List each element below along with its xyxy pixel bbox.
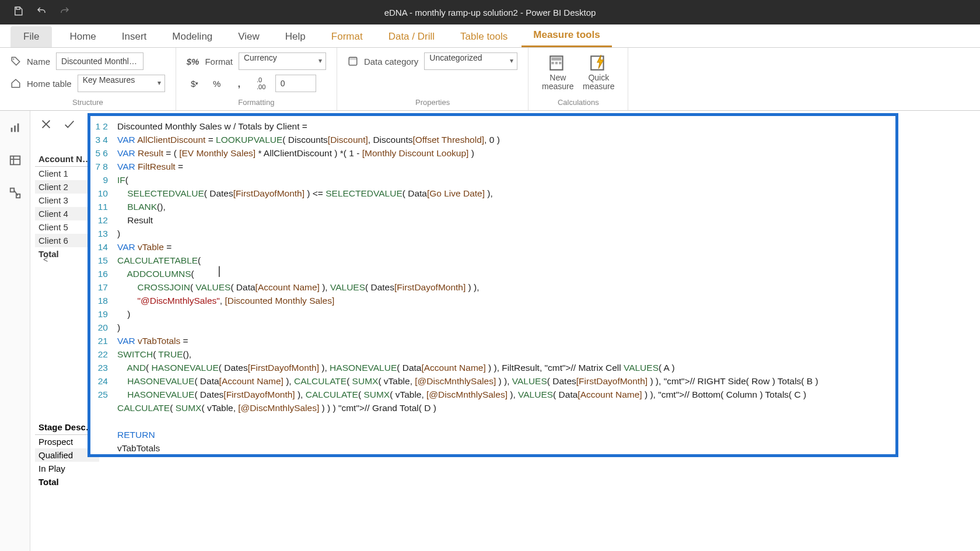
work-area: Account N… Client 1 Client 2 Client 3 Cl… bbox=[0, 111, 980, 551]
svg-rect-7 bbox=[555, 62, 558, 64]
save-icon[interactable] bbox=[13, 6, 23, 19]
tab-insert[interactable]: Insert bbox=[110, 26, 159, 47]
home-table-label: Home table bbox=[27, 79, 72, 89]
group-label-structure: Structure bbox=[10, 97, 165, 109]
group-properties: Data category Uncategorized Properties bbox=[337, 48, 528, 110]
data-category-label: Data category bbox=[364, 57, 418, 66]
tab-format[interactable]: Format bbox=[320, 26, 374, 47]
group-label-calculations: Calculations bbox=[539, 97, 617, 109]
svg-rect-5 bbox=[552, 58, 562, 61]
table-total: Total bbox=[35, 475, 99, 489]
svg-rect-11 bbox=[14, 125, 16, 132]
tab-view[interactable]: View bbox=[226, 26, 271, 47]
quick-measure-button[interactable]: Quick measure bbox=[580, 52, 617, 92]
comma-button[interactable]: , bbox=[231, 75, 247, 92]
decimal-button[interactable]: .0.00 bbox=[253, 75, 270, 92]
home-table-select[interactable]: Key Measures bbox=[78, 75, 165, 92]
model-view-icon[interactable] bbox=[9, 187, 22, 202]
file-tab[interactable]: File bbox=[10, 26, 52, 47]
group-structure: Name Home table Key Measures Structure bbox=[0, 48, 176, 110]
tab-table-tools[interactable]: Table tools bbox=[449, 26, 519, 47]
svg-rect-12 bbox=[17, 124, 19, 132]
redo-icon[interactable] bbox=[60, 6, 70, 19]
group-formatting: $% Format Currency $ ▾ % , .0.00 Formatt… bbox=[176, 48, 337, 110]
ribbon: Name Home table Key Measures Structure $… bbox=[0, 48, 980, 111]
measure-name-input[interactable] bbox=[56, 52, 144, 70]
window-title: eDNA - monthly ramp-up solution2 - Power… bbox=[70, 8, 910, 17]
title-bar: eDNA - monthly ramp-up solution2 - Power… bbox=[0, 0, 980, 24]
format-label: Format bbox=[205, 57, 233, 66]
collapse-chevron-icon[interactable]: < bbox=[43, 255, 48, 264]
undo-icon[interactable] bbox=[36, 6, 47, 19]
dax-code[interactable]: Discounted Monthly Sales w / Totals by C… bbox=[113, 116, 895, 454]
svg-rect-10 bbox=[10, 128, 12, 132]
group-label-properties: Properties bbox=[348, 97, 517, 109]
report-view-icon[interactable] bbox=[9, 121, 22, 136]
group-calculations: New measure Quick measure Calculations bbox=[528, 48, 628, 110]
line-gutter: 1 2 3 4 5 6 7 8 9 10 11 12 13 14 15 16 1… bbox=[90, 116, 113, 454]
decimals-input[interactable] bbox=[275, 75, 316, 92]
tab-home[interactable]: Home bbox=[58, 26, 107, 47]
tab-data-drill[interactable]: Data / Drill bbox=[377, 26, 446, 47]
format-icon: $% bbox=[187, 57, 200, 66]
svg-point-1 bbox=[13, 58, 14, 59]
format-select[interactable]: Currency bbox=[239, 52, 326, 70]
svg-rect-16 bbox=[10, 188, 13, 192]
table-row: In Play bbox=[35, 462, 99, 475]
new-measure-button[interactable]: New measure bbox=[539, 52, 576, 92]
percent-button[interactable]: % bbox=[209, 75, 225, 92]
dax-formula-editor[interactable]: 1 2 3 4 5 6 7 8 9 10 11 12 13 14 15 16 1… bbox=[88, 113, 898, 457]
formula-cancel-icon[interactable] bbox=[40, 118, 52, 133]
quick-measure-label: Quick measure bbox=[583, 73, 614, 92]
tag-icon bbox=[10, 56, 21, 66]
report-canvas[interactable]: Account N… Client 1 Client 2 Client 3 Cl… bbox=[30, 111, 980, 551]
new-measure-label: New measure bbox=[542, 73, 573, 92]
data-view-icon[interactable] bbox=[9, 154, 22, 169]
tab-help[interactable]: Help bbox=[274, 26, 317, 47]
svg-rect-0 bbox=[16, 7, 20, 9]
category-icon bbox=[348, 56, 358, 66]
formula-commit-icon[interactable] bbox=[63, 118, 76, 133]
home-icon bbox=[10, 78, 21, 89]
svg-rect-8 bbox=[559, 62, 561, 64]
svg-rect-6 bbox=[552, 62, 554, 64]
svg-rect-13 bbox=[10, 156, 20, 165]
tab-measure-tools[interactable]: Measure tools bbox=[522, 24, 611, 47]
data-category-select[interactable]: Uncategorized bbox=[424, 52, 517, 70]
tab-modeling[interactable]: Modeling bbox=[160, 26, 224, 47]
svg-rect-3 bbox=[349, 57, 357, 60]
name-label: Name bbox=[27, 57, 50, 66]
currency-button[interactable]: $ ▾ bbox=[187, 75, 203, 92]
view-switcher bbox=[0, 111, 30, 551]
ribbon-tabs: File Home Insert Modeling View Help Form… bbox=[0, 24, 980, 48]
group-label-formatting: Formatting bbox=[187, 97, 326, 109]
